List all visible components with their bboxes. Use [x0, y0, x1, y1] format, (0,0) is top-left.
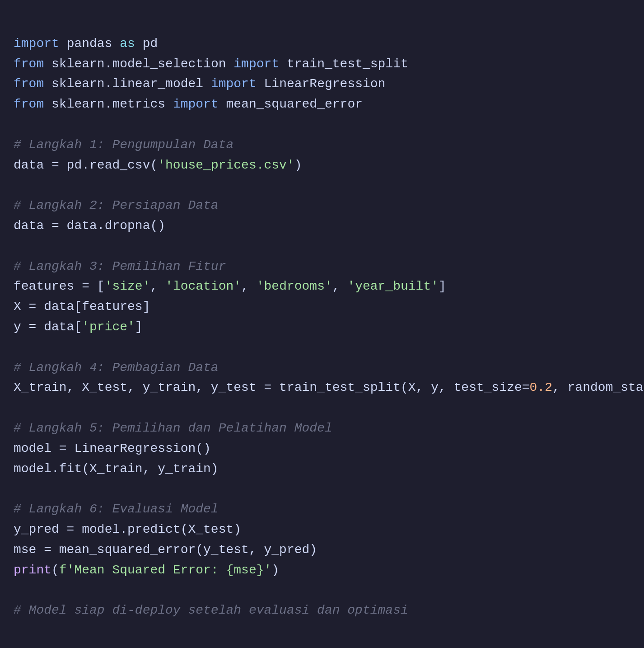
comment-4: # Langkah 4: Pembagian Data — [14, 361, 219, 375]
line-code-6a: y_pred = model.predict(X_test) — [14, 522, 241, 536]
comment-5: # Langkah 5: Pemilihan dan Pelatihan Mod… — [14, 421, 332, 435]
code-editor: import pandas as pd from sklearn.model_s… — [14, 14, 630, 621]
comment-2: # Langkah 2: Persiapan Data — [14, 198, 219, 212]
comment-6: # Langkah 6: Evaluasi Model — [14, 502, 219, 516]
line-code-6c: print(f'Mean Squared Error: {mse}') — [14, 563, 279, 577]
line-code-3b: X = data[features] — [14, 300, 150, 314]
line-code-1: data = pd.read_csv('house_prices.csv') — [14, 158, 302, 172]
line-code-2: data = data.dropna() — [14, 219, 165, 233]
line-import-1: import pandas as pd — [14, 37, 158, 51]
line-import-2: from sklearn.model_selection import trai… — [14, 57, 408, 71]
line-code-6b: mse = mean_squared_error(y_test, y_pred) — [14, 543, 317, 557]
line-code-4: X_train, X_test, y_train, y_test = train… — [14, 380, 644, 394]
line-code-5a: model = LinearRegression() — [14, 441, 211, 455]
line-code-5b: model.fit(X_train, y_train) — [14, 462, 219, 476]
line-code-3a: features = ['size', 'location', 'bedroom… — [14, 279, 446, 293]
line-import-3: from sklearn.linear_model import LinearR… — [14, 77, 385, 91]
line-code-3c: y = data['price'] — [14, 320, 143, 334]
comment-7: # Model siap di-deploy setelah evaluasi … — [14, 603, 408, 617]
comment-3: # Langkah 3: Pemilihan Fitur — [14, 259, 226, 273]
line-import-4: from sklearn.metrics import mean_squared… — [14, 97, 363, 111]
comment-1: # Langkah 1: Pengumpulan Data — [14, 138, 233, 152]
